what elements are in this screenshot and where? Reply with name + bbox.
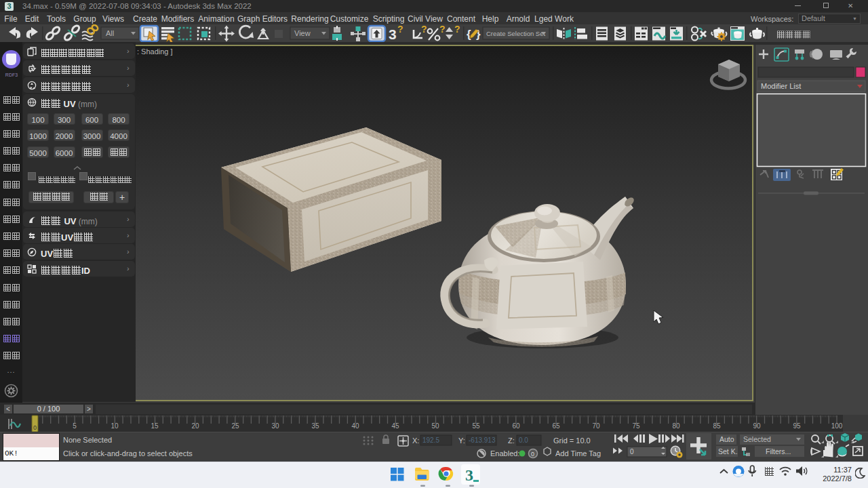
svg-text:90: 90 [753, 422, 761, 430]
svg-text:Z:: Z: [508, 436, 515, 445]
svg-text:Grid = 10.0: Grid = 10.0 [553, 436, 591, 445]
svg-text:80: 80 [672, 422, 680, 430]
svg-text:0: 0 [531, 451, 534, 458]
svg-text:-613.913: -613.913 [469, 436, 496, 444]
svg-text:Modifier List: Modifier List [761, 82, 801, 90]
svg-text:3: 3 [465, 466, 473, 484]
svg-text:Y:: Y: [458, 436, 465, 445]
svg-text:5: 5 [73, 422, 77, 430]
svg-text:35: 35 [311, 422, 319, 430]
svg-text:Set K.: Set K. [718, 447, 738, 455]
svg-text:?: ? [454, 24, 460, 35]
svg-text:25: 25 [231, 422, 239, 430]
svg-text:0: 0 [630, 448, 634, 455]
svg-text:0.0: 0.0 [519, 436, 528, 444]
svg-text:?: ? [421, 24, 427, 35]
svg-text:20: 20 [191, 422, 199, 430]
svg-text:55: 55 [472, 422, 480, 430]
svg-text:60: 60 [512, 422, 520, 430]
svg-text:Create Selection Set: Create Selection Set [486, 30, 545, 37]
svg-text:3: 3 [389, 26, 397, 42]
svg-text:192.5: 192.5 [422, 436, 439, 444]
svg-text:70: 70 [592, 422, 600, 430]
svg-text:View: View [294, 29, 311, 37]
svg-text:75: 75 [632, 422, 640, 430]
svg-text:65: 65 [552, 422, 560, 430]
svg-text:10: 10 [111, 422, 119, 430]
svg-text:0: 0 [33, 424, 37, 431]
svg-text:?: ? [439, 24, 446, 35]
svg-text:: Shading ]: : Shading ] [137, 47, 173, 56]
svg-text:85: 85 [713, 422, 721, 430]
svg-text:50: 50 [431, 422, 439, 430]
svg-text:95: 95 [793, 422, 801, 430]
svg-text:X:: X: [412, 436, 419, 445]
svg-text:30: 30 [271, 422, 279, 430]
svg-text:15: 15 [151, 422, 159, 430]
svg-text:Enabled:: Enabled: [490, 449, 519, 458]
svg-text:Selected: Selected [743, 435, 771, 443]
svg-text:45: 45 [391, 422, 399, 430]
svg-text:Auto: Auto [719, 435, 734, 443]
svg-text:40: 40 [351, 422, 359, 430]
svg-text:100: 100 [831, 422, 843, 430]
svg-text:Filters...: Filters... [766, 447, 791, 455]
svg-text:Add Time Tag: Add Time Tag [555, 449, 601, 458]
svg-text:All: All [106, 29, 114, 37]
svg-text:{: { [467, 28, 471, 41]
svg-text:?: ? [397, 24, 403, 35]
